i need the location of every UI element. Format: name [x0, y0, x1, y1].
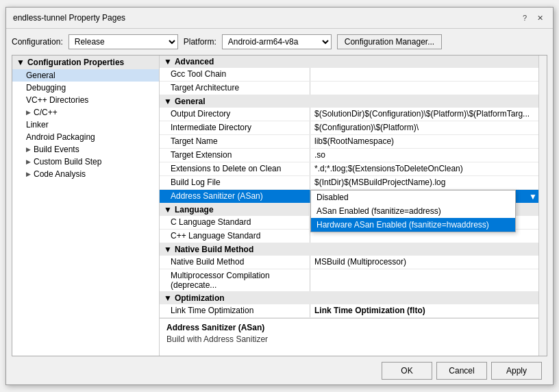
tree-item-build-events[interactable]: ▶ Build Events: [12, 143, 159, 156]
section-language-label: Language: [175, 205, 214, 215]
prop-ext-delete-value: *.d;*.tlog;$(ExtensionsToDeleteOnClean): [310, 162, 538, 175]
prop-target-ext[interactable]: Target Extension .so: [160, 149, 538, 162]
prop-build-log-value: $(IntDir)$(MSBuildProjectName).log: [310, 176, 538, 189]
expand-icon-cpp: ▶: [26, 109, 31, 116]
asan-dropdown-arrow[interactable]: ▼: [527, 190, 538, 203]
section-native-build-label: Native Build Method: [175, 245, 253, 254]
prop-build-log-name: Build Log File: [160, 176, 310, 189]
prop-output-dir-value: $(SolutionDir)$(Configuration)\$(Platfor…: [310, 108, 538, 121]
expand-icon-code-analysis: ▶: [26, 171, 31, 177]
prop-lto[interactable]: Link Time Optimization Link Time Optimiz…: [160, 304, 538, 318]
dialog-title: endless-tunnel Property Pages: [13, 13, 125, 23]
prop-target-name-value: lib$(RootNamespace): [310, 135, 538, 148]
tree-item-debugging[interactable]: Debugging: [12, 82, 159, 94]
property-table: ▼ Advanced Gcc Tool Chain Target Archite…: [160, 56, 538, 318]
prop-target-name[interactable]: Target Name lib$(RootNamespace): [160, 135, 538, 149]
tree-item-linker[interactable]: Linker: [12, 119, 159, 131]
section-advanced-label: Advanced: [175, 57, 214, 66]
section-language-expand: ▼: [164, 205, 172, 215]
dropdown-option-asan[interactable]: ASan Enabled (fsanitize=address): [311, 204, 515, 218]
prop-intermediate-dir[interactable]: Intermediate Directory $(Configuration)\…: [160, 121, 538, 135]
section-optimization-label: Optimization: [175, 293, 225, 303]
bottom-buttons: OK Cancel Apply: [12, 356, 547, 385]
section-optimization[interactable]: ▼ Optimization: [160, 292, 538, 304]
property-pages-dialog: endless-tunnel Property Pages ? ✕ Config…: [5, 7, 554, 385]
prop-cpp-standard-name: C++ Language Standard: [160, 230, 310, 243]
section-optimization-expand: ▼: [164, 293, 172, 303]
dialog-body: Configuration: Release Platform: Android…: [6, 29, 553, 391]
prop-gcc-name: Gcc Tool Chain: [160, 68, 310, 81]
prop-multiprocessor-value: [310, 269, 538, 291]
description-panel: Address Sanitizer (ASan) Build with Addr…: [160, 318, 538, 356]
tree-item-cpp[interactable]: ▶ C/C++: [12, 106, 159, 119]
tree-item-general[interactable]: General: [12, 69, 159, 82]
prop-native-build-name: Native Build Method: [160, 256, 310, 269]
configuration-select[interactable]: Release: [69, 34, 178, 49]
prop-build-log[interactable]: Build Log File $(IntDir)$(MSBuildProject…: [160, 176, 538, 190]
prop-target-arch[interactable]: Target Architecture: [160, 82, 538, 95]
tree-item-code-analysis[interactable]: ▶ Code Analysis: [12, 168, 159, 180]
desc-text: Build with Address Sanitizer: [166, 334, 532, 344]
right-scrollbar[interactable]: [538, 56, 547, 356]
prop-output-dir[interactable]: Output Directory $(SolutionDir)$(Configu…: [160, 108, 538, 121]
prop-multiprocessor-name: Multiprocessor Compilation (deprecate...: [160, 269, 310, 291]
tree-item-android-pkg[interactable]: Android Packaging: [12, 131, 159, 143]
tree-label-cpp: C/C++: [34, 108, 58, 117]
left-panel: ▼ Configuration Properties General Debug…: [12, 56, 160, 356]
section-native-build[interactable]: ▼ Native Build Method: [160, 243, 538, 256]
prop-gcc-value: [310, 68, 538, 81]
section-advanced-expand: ▼: [164, 57, 172, 66]
prop-c-standard-name: C Language Standard: [160, 216, 310, 229]
apply-button[interactable]: Apply: [491, 362, 542, 380]
config-row: Configuration: Release Platform: Android…: [12, 34, 547, 49]
prop-target-ext-name: Target Extension: [160, 149, 310, 162]
prop-lto-value: Link Time Optimization (flto): [310, 304, 538, 317]
prop-asan-container: Address Sanitizer (ASan) Hardware ASan E…: [160, 190, 538, 204]
prop-native-build-value: MSBuild (Multiprocessor): [310, 256, 538, 269]
prop-multiprocessor[interactable]: Multiprocessor Compilation (deprecate...: [160, 269, 538, 292]
section-native-build-expand: ▼: [164, 245, 172, 254]
section-general[interactable]: ▼ General: [160, 95, 538, 108]
section-general-expand: ▼: [164, 97, 172, 106]
tree-label-build-events: Build Events: [34, 145, 79, 154]
expand-icon-build-events: ▶: [26, 146, 31, 153]
section-advanced[interactable]: ▼ Advanced: [160, 56, 538, 68]
tree-root-label: Configuration Properties: [27, 58, 124, 67]
config-label: Configuration:: [12, 37, 63, 47]
dropdown-option-hwasan[interactable]: Hardware ASan Enabled (fsanitize=hwaddre…: [311, 218, 515, 232]
platform-label: Platform:: [184, 37, 216, 47]
cancel-button[interactable]: Cancel: [436, 362, 487, 380]
main-area: ▼ Configuration Properties General Debug…: [12, 55, 547, 356]
section-general-label: General: [175, 97, 206, 106]
tree-root: ▼ Configuration Properties: [12, 56, 159, 69]
prop-target-arch-value: [310, 82, 538, 95]
dropdown-option-disabled[interactable]: Disabled: [311, 191, 515, 204]
right-panel: ▼ Advanced Gcc Tool Chain Target Archite…: [160, 56, 538, 356]
title-bar: endless-tunnel Property Pages ? ✕: [6, 8, 553, 29]
tree-item-vcpp[interactable]: VC++ Directories: [12, 94, 159, 106]
asan-dropdown: Disabled ASan Enabled (fsanitize=address…: [310, 190, 516, 232]
prop-ext-delete[interactable]: Extensions to Delete on Clean *.d;*.tlog…: [160, 162, 538, 176]
prop-target-name-label: Target Name: [160, 135, 310, 148]
title-bar-controls: ? ✕: [519, 12, 546, 24]
prop-intermediate-dir-value: $(Configuration)\$(Platform)\: [310, 121, 538, 134]
tree-label-custom-build: Custom Build Step: [34, 157, 101, 167]
desc-title: Address Sanitizer (ASan): [166, 323, 532, 332]
expand-icon-custom-build: ▶: [26, 158, 31, 165]
prop-lto-name: Link Time Optimization: [160, 304, 310, 317]
prop-output-dir-name: Output Directory: [160, 108, 310, 121]
prop-asan-name: Address Sanitizer (ASan): [160, 190, 310, 203]
prop-gcc-tool-chain[interactable]: Gcc Tool Chain: [160, 68, 538, 82]
platform-select[interactable]: Android-arm64-v8a: [222, 34, 332, 49]
ok-button[interactable]: OK: [382, 362, 432, 380]
close-button[interactable]: ✕: [534, 12, 546, 24]
prop-native-build[interactable]: Native Build Method MSBuild (Multiproces…: [160, 256, 538, 269]
prop-intermediate-dir-name: Intermediate Directory: [160, 121, 310, 134]
prop-ext-delete-name: Extensions to Delete on Clean: [160, 162, 310, 175]
prop-target-ext-value: .so: [310, 149, 538, 162]
tree-item-custom-build[interactable]: ▶ Custom Build Step: [12, 156, 159, 168]
prop-target-arch-name: Target Architecture: [160, 82, 310, 95]
help-button[interactable]: ?: [519, 12, 531, 24]
config-manager-button[interactable]: Configuration Manager...: [337, 34, 442, 49]
tree-label-code-analysis: Code Analysis: [34, 169, 86, 179]
